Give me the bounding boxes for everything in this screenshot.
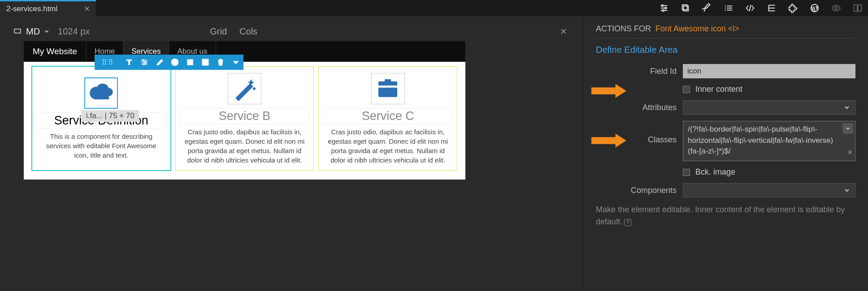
attributes-label: Attributes <box>596 103 677 112</box>
magic-wand-icon <box>231 76 258 101</box>
text-edit-icon[interactable] <box>122 55 137 70</box>
briefcase-icon <box>374 76 401 101</box>
service-text[interactable]: Cras justo odio, dapibus ac facilisis in… <box>179 127 310 165</box>
field-id-input[interactable] <box>683 64 855 78</box>
svg-rect-9 <box>683 6 688 11</box>
components-label: Components <box>596 186 677 195</box>
service-card[interactable]: Service C Cras justo odio, dapibus ac fa… <box>318 66 457 171</box>
cols-toggle[interactable]: Cols <box>239 26 257 37</box>
tree-icon[interactable] <box>766 2 777 14</box>
classes-input[interactable]: /(?!fa\-border|fa\-spin|fa\-pulse|fa\-fl… <box>683 121 855 161</box>
preview-canvas: My Website Home Services About us ⠿⠿ <box>24 41 465 180</box>
navbar-brand[interactable]: My Website <box>24 41 87 62</box>
svg-rect-10 <box>682 5 687 10</box>
svg-rect-24 <box>854 5 857 12</box>
breakpoint-label: MD <box>26 26 40 37</box>
editable-area-section[interactable]: Define Editable Area <box>596 45 855 55</box>
service-title[interactable]: Service C <box>322 108 453 124</box>
code-icon[interactable] <box>744 2 756 14</box>
svg-point-7 <box>665 7 667 9</box>
settings-sliders-icon[interactable] <box>658 2 670 14</box>
chevron-down-icon <box>843 187 851 194</box>
element-toolbar: ⠿⠿ <box>95 55 243 70</box>
svg-point-31 <box>145 61 146 63</box>
svg-rect-26 <box>14 29 21 33</box>
file-tab-label: 2-services.html <box>6 4 57 13</box>
field-id-label: Field Id <box>596 67 677 76</box>
attributes-select[interactable] <box>683 100 855 115</box>
breakpoint-selector[interactable]: MD <box>13 26 50 37</box>
toolbar-sliders-icon[interactable] <box>137 55 152 70</box>
reorder-icon[interactable] <box>182 55 198 70</box>
wordpress-icon[interactable] <box>809 2 820 14</box>
selection-size-badge: i.fa... | 75 × 70 <box>82 110 139 122</box>
editor-area: MD 1024 px Grid Cols × My Website Home S… <box>0 16 583 291</box>
chevron-down-icon <box>843 104 851 111</box>
close-tab-icon[interactable]: × <box>84 4 90 14</box>
delete-icon[interactable] <box>213 55 228 70</box>
svg-line-17 <box>749 5 751 12</box>
help-icon[interactable]: ? <box>624 219 631 226</box>
brush-icon[interactable] <box>701 2 713 14</box>
svg-marker-40 <box>591 84 626 98</box>
grid-icon[interactable] <box>198 55 213 70</box>
chevron-down-icon[interactable] <box>842 123 853 134</box>
site-navbar: My Website Home Services About us <box>24 41 465 62</box>
service-text[interactable]: This is a component for describing servi… <box>36 132 167 160</box>
panels-icon[interactable] <box>852 2 864 14</box>
drag-handle-icon[interactable]: ⠿⠿ <box>95 58 122 67</box>
svg-point-32 <box>143 64 145 65</box>
svg-point-8 <box>662 10 664 12</box>
list-icon[interactable] <box>723 2 734 14</box>
service-card[interactable]: Service B Cras justo odio, dapibus ac fa… <box>175 66 314 171</box>
file-tab[interactable]: 2-services.html × <box>0 0 96 16</box>
service-icon-slot[interactable] <box>84 77 118 109</box>
add-icon[interactable] <box>167 55 182 70</box>
svg-marker-41 <box>591 133 626 147</box>
svg-point-23 <box>835 7 838 9</box>
eye-icon[interactable] <box>830 2 842 14</box>
close-preview-icon[interactable]: × <box>560 25 567 38</box>
classes-value: /(?!fa\-border|fa\-spin|fa\-pulse|fa\-fl… <box>688 125 833 155</box>
panel-target: Font Awesome icon <i> <box>655 24 739 33</box>
service-icon-slot[interactable] <box>228 73 261 104</box>
top-toolbar <box>658 0 864 16</box>
copy-style-icon[interactable] <box>680 2 691 14</box>
components-select[interactable] <box>683 183 855 197</box>
bck-image-label: Bck. image <box>695 167 735 177</box>
inner-content-checkbox[interactable] <box>683 86 690 93</box>
arrow-callout-icon <box>591 84 626 98</box>
toolbar-brush-icon[interactable] <box>152 55 167 70</box>
cloud-icon <box>88 81 115 106</box>
panel-title: ACTIONS FOR Font Awesome icon <i> <box>596 24 855 39</box>
service-title[interactable]: Service B <box>179 108 310 124</box>
svg-point-30 <box>143 60 144 61</box>
viewport-bar: MD 1024 px Grid Cols × <box>13 25 570 38</box>
clear-icon[interactable]: × <box>847 146 852 158</box>
service-card[interactable]: i.fa... | 75 × 70 Service Definition Thi… <box>32 66 171 171</box>
svg-rect-25 <box>858 5 861 12</box>
arrow-callout-icon <box>591 133 626 148</box>
properties-panel: ACTIONS FOR Font Awesome icon <i> Define… <box>583 16 868 291</box>
bck-image-checkbox[interactable] <box>683 169 690 176</box>
grid-toggle[interactable]: Grid <box>210 26 227 37</box>
viewport-size: 1024 px <box>58 26 90 37</box>
hint-text: Make the element editable. Inner content… <box>596 204 855 228</box>
inner-content-label: Inner content <box>695 85 742 94</box>
svg-point-6 <box>662 5 664 7</box>
more-icon[interactable] <box>228 55 243 70</box>
panel-prefix: ACTIONS FOR <box>596 24 651 33</box>
tab-bar: 2-services.html × <box>0 0 868 16</box>
service-icon-slot[interactable] <box>371 73 405 104</box>
chevron-down-icon <box>43 28 50 34</box>
puzzle-icon[interactable] <box>787 2 799 14</box>
service-text[interactable]: Cras justo odio, dapibus ac facilisis in… <box>322 127 453 165</box>
